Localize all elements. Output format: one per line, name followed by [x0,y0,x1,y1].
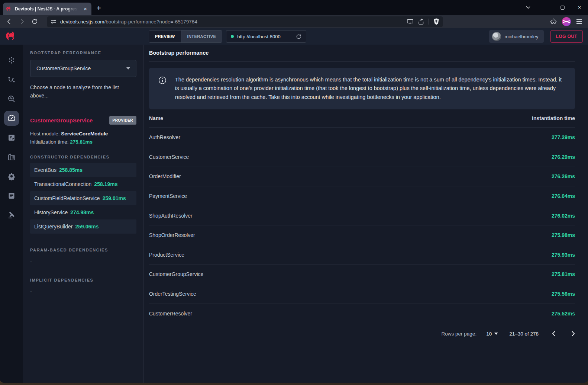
browser-window: Devtools | NestJS - A progressive × + – … [0,0,588,383]
list-item[interactable]: TransactionalConnection258.19ms [30,177,136,191]
init-time-row: Initialization time: 275.81ms [30,139,136,145]
pagination: Rows per page: 10 21–30 of 278 [149,323,575,344]
tab-preview[interactable]: PREVIEW [149,31,181,42]
forward-icon[interactable] [16,16,28,27]
constructor-deps-list: EventBus258.85ms TransactionalConnection… [30,163,136,234]
node-select[interactable]: CustomerGroupService [30,60,136,77]
inspect-icon[interactable] [4,92,19,106]
graph-icon[interactable] [4,53,19,68]
param-deps-title: PARAM-BASED DEPENDENCIES [30,248,136,252]
toolbar-separator [429,19,429,25]
table-row[interactable]: PaymentService276.04ms [149,186,575,206]
browser-tab-bar: Devtools | NestJS - A progressive × + – … [0,0,588,15]
target-url-field[interactable]: http://localhost:8000 [226,30,306,43]
previous-page-icon[interactable] [552,331,556,337]
table-row[interactable]: CustomerGroupService275.81ms [149,265,575,285]
browser-profile-avatar[interactable] [562,17,571,26]
page-range: 21–30 of 278 [509,331,539,337]
host-module-value: ServiceCoreModule [61,131,108,137]
next-page-icon[interactable] [571,331,575,337]
icon-sidebar [0,45,23,383]
extensions-puzzle-icon[interactable] [550,19,557,25]
param-deps-value: - [30,258,136,264]
list-item[interactable]: CustomFieldRelationService259.01ms [30,191,136,205]
page-title: Bootstrap performance [149,50,575,62]
settings-gear-icon[interactable] [4,169,19,184]
node-select-value: CustomerGroupService [36,65,91,71]
tab-title: Devtools | NestJS - A progressive [15,6,79,12]
table-header: Name Instantiation time [149,109,575,128]
info-banner: The dependencies resolution algorithm is… [149,68,575,109]
brave-shield-icon[interactable] [433,18,439,25]
table-row[interactable]: AuthResolver277.29ms [149,128,575,147]
tab-search-icon[interactable] [520,0,537,15]
nestjs-favicon [6,6,12,12]
browser-toolbar: devtools.nestjs.com/bootstrap-performanc… [0,15,588,28]
cast-icon[interactable] [407,19,413,25]
browser-tab[interactable]: Devtools | NestJS - A progressive × [3,3,91,15]
site-settings-icon[interactable] [51,19,56,25]
mode-toggle: PREVIEW INTERACTIVE [149,30,222,43]
host-module-row: Host module: ServiceCoreModule [30,131,136,137]
docs-icon[interactable] [4,188,19,203]
new-tab-button[interactable]: + [97,4,101,13]
provider-badge: PROVIDER [109,116,136,125]
back-icon[interactable] [4,16,15,27]
implicit-deps-value: - [30,288,136,294]
tab-close-icon[interactable]: × [82,5,88,12]
rows-per-page-select[interactable]: 10 [486,331,498,337]
init-time-value: 275.81ms [70,139,93,145]
chevron-down-icon [126,67,130,70]
info-icon [158,76,167,84]
audit-checklist-icon[interactable] [4,130,19,145]
column-instantiation-time: Instantiation time [532,115,575,121]
implicit-deps-title: IMPLICIT DEPENDENCIES [30,278,136,282]
list-item[interactable]: HistoryService274.98ms [30,205,136,219]
bootstrap-panel: BOOTSTRAP PERFORMANCE CustomerGroupServi… [23,45,144,383]
window-minimize-button[interactable]: – [537,0,554,15]
user-chip[interactable]: michaelbromley [489,30,543,43]
browser-menu-icon[interactable] [576,19,582,24]
chevron-down-icon [494,333,498,335]
table-row[interactable]: OrderModifier276.26ms [149,167,575,187]
panel-section-title: BOOTSTRAP PERFORMANCE [30,51,136,55]
window-maximize-button[interactable] [554,0,571,15]
gavel-icon[interactable] [4,208,19,222]
status-dot [231,35,234,38]
target-url-value: http://localhost:8000 [237,34,293,39]
divider [30,108,136,108]
url-text: devtools.nestjs.com/bootstrap-performanc… [60,19,403,25]
performance-gauge-icon[interactable] [4,111,19,126]
tab-interactive[interactable]: INTERACTIVE [181,31,222,42]
main-content: Bootstrap performance The dependencies r… [144,45,588,383]
username: michaelbromley [504,34,538,39]
reload-icon[interactable] [29,16,40,27]
url-domain: devtools.nestjs.com [60,19,104,25]
list-item[interactable]: ListQueryBuilder259.06ms [30,219,136,234]
table-row[interactable]: CustomerResolver275.52ms [149,304,575,324]
logout-button[interactable]: LOG OUT [550,30,583,43]
table-row[interactable]: ShopAuthResolver276.02ms [149,206,575,226]
rows-per-page-label: Rows per page: [442,331,477,337]
table-row[interactable]: OrderTestingService275.56ms [149,284,575,304]
user-avatar [492,32,501,41]
modules-icon[interactable] [4,150,19,164]
share-icon[interactable] [418,19,424,25]
table-row[interactable]: ProductService275.93ms [149,245,575,265]
constructor-deps-title: CONSTRUCTOR DEPENDENCIES [30,155,136,159]
browser-address-bar[interactable]: devtools.nestjs.com/bootstrap-performanc… [47,16,443,27]
list-item[interactable]: EventBus258.85ms [30,163,136,177]
info-text: The dependencies resolution algorithm is… [175,76,566,102]
node-hint: Choose a node to analyze from the list a… [30,84,136,100]
nestjs-logo [5,31,18,42]
table-row[interactable]: CustomerService276.29ms [149,147,575,167]
window-close-button[interactable]: × [571,0,588,15]
url-path: /bootstrap-performance?node=-65179764 [104,19,197,25]
app-header: PREVIEW INTERACTIVE http://localhost:800… [0,28,588,45]
table-row[interactable]: ShopOrderResolver275.98ms [149,225,575,245]
routes-icon[interactable] [4,72,19,87]
column-name: Name [149,115,163,121]
refresh-target-icon[interactable] [296,34,301,39]
selected-node-title: CustomerGroupService [30,117,93,123]
